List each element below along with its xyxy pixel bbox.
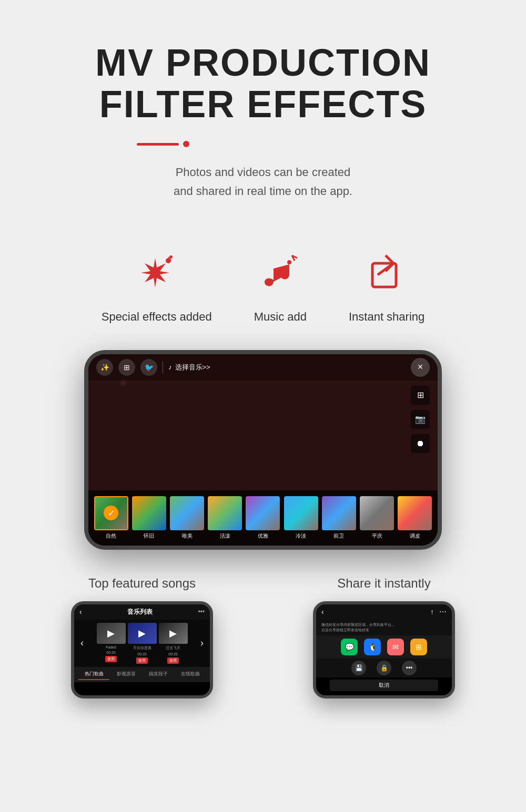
filter-vibrant-img <box>208 496 242 530</box>
music-list-title: 音乐列表 <box>127 608 153 616</box>
filter-beautiful[interactable]: 唯美 <box>169 496 204 540</box>
filter-flat-thumb <box>360 496 394 530</box>
header-section: MV PRODUCTION FILTER EFFECTS Photos and … <box>32 21 494 232</box>
track-3-use-btn[interactable]: 使用 <box>167 657 179 664</box>
record-icon[interactable]: ⏺ <box>411 434 430 453</box>
line-dot <box>183 141 189 147</box>
filter-playful[interactable]: 调皮 <box>398 496 432 540</box>
music-prev-button[interactable]: ‹ <box>78 638 86 649</box>
filter-beautiful-thumb <box>170 496 204 530</box>
track-3-name: 过去飞天 <box>166 645 180 651</box>
music-back-button[interactable]: ‹ <box>79 608 82 616</box>
music-tab-funny[interactable]: 搞笑段子 <box>143 669 174 680</box>
main-phone-screen: ✨ ⊞ 🐦 ♪ 选择音乐>> × ⊞ 📷 ⏺ <box>88 354 438 546</box>
share-upload-icon[interactable]: ↑ <box>430 608 434 616</box>
music-tab-online[interactable]: 在线歌曲 <box>175 669 206 680</box>
music-top-bar: ‹ 音乐列表 ••• <box>74 604 210 620</box>
feature-special-effects: Special effects added <box>102 253 212 324</box>
subtitle-text: Photos and videos can be createdand shar… <box>132 163 394 200</box>
line-long <box>137 143 179 146</box>
music-phone-screen: ‹ 音乐列表 ••• ‹ ▶ Faded 00:20 <box>74 604 210 695</box>
filter-cool[interactable]: 冷淡 <box>284 496 318 540</box>
music-next-button[interactable]: › <box>198 638 206 649</box>
filter-vibrant-label: 活泼 <box>220 532 230 540</box>
qq-symbol: 🐧 <box>368 643 377 651</box>
filter-flat-img <box>360 496 394 530</box>
music-track-2: ▶ 不仅仅是真 00:20 使用 <box>128 623 157 664</box>
feature-instant-sharing: Instant sharing <box>349 253 424 324</box>
filter-elegant[interactable]: 优雅 <box>246 496 280 540</box>
share-save-icon[interactable]: 💾 <box>351 661 366 675</box>
track-2-name: 不仅仅是真 <box>133 645 151 651</box>
track-1-name: Faded <box>106 645 116 649</box>
feature-special-effects-label: Special effects added <box>102 310 212 324</box>
decorative-divider <box>137 141 494 147</box>
filter-vibrant-thumb <box>208 496 242 530</box>
grid-icon[interactable]: ⊞ <box>118 359 135 376</box>
more-apps-symbol: ⊞ <box>416 643 422 651</box>
phone-right-icons: ⊞ 📷 ⏺ <box>411 386 430 453</box>
music-selector[interactable]: ♪ 选择音乐>> <box>168 363 210 372</box>
feature-music-add-label: Music add <box>254 310 307 324</box>
filter-toggle-icon[interactable]: ⊞ <box>411 386 430 405</box>
wechat-symbol: 💬 <box>345 643 354 651</box>
share-description-2: 点击分享按钮立即发送给好友 <box>321 628 447 633</box>
share-top-bar: ‹ ↑ ⋯ <box>316 604 452 619</box>
share-description: 微信好友分享内容预览区域，分享到各平台... <box>321 622 447 628</box>
filter-beautiful-label: 唯美 <box>182 532 193 540</box>
share-apps-row: 💬 🐧 ✉ ⊞ <box>316 635 452 659</box>
share-icon <box>367 253 407 301</box>
weibo-icon[interactable]: 🐦 <box>140 359 157 376</box>
music-phone-mockup: ‹ 音乐列表 ••• ‹ ▶ Faded 00:20 <box>71 601 213 698</box>
filter-strip: ✓ 自然 怀旧 唯美 <box>88 490 438 546</box>
share-phone-screen: ‹ ↑ ⋯ 微信好友分享内容预览区域，分享到各平台... 点击分享按钮立即发送给… <box>316 604 452 695</box>
share-cancel-button[interactable]: 取消 <box>330 680 438 691</box>
track-3-icon: ▶ <box>159 623 188 644</box>
page-container: MV PRODUCTION FILTER EFFECTS Photos and … <box>0 0 526 741</box>
music-note-icon <box>260 253 300 301</box>
filter-retro[interactable]: 怀旧 <box>132 496 166 540</box>
track-3-time: 00:20 <box>168 652 178 656</box>
main-phone-mockup: ✨ ⊞ 🐦 ♪ 选择音乐>> × ⊞ 📷 ⏺ <box>84 350 442 550</box>
track-1-icon: ▶ <box>97 623 126 644</box>
share-more-icon[interactable]: ⋯ <box>439 608 447 616</box>
close-button[interactable]: × <box>411 358 430 377</box>
main-phone-container: ✨ ⊞ 🐦 ♪ 选择音乐>> × ⊞ 📷 ⏺ <box>32 350 494 550</box>
mail-icon[interactable]: ✉ <box>387 639 404 655</box>
share-lock-icon[interactable]: 🔒 <box>377 661 391 675</box>
wechat-icon[interactable]: 💬 <box>341 639 358 655</box>
filter-playful-thumb <box>398 496 432 530</box>
track-1-use-btn[interactable]: 使用 <box>105 656 117 662</box>
filter-natural-thumb: ✓ <box>94 496 128 530</box>
music-tab-hot[interactable]: 热门歌曲 <box>78 669 109 680</box>
sparkle-star-icon <box>137 253 176 301</box>
effects-icon[interactable]: ✨ <box>96 359 113 376</box>
track-2-time: 00:20 <box>137 652 147 656</box>
share-more-row: 💾 🔒 ••• <box>316 659 452 677</box>
filter-avant-garde-thumb <box>322 496 356 530</box>
share-dots-icon[interactable]: ••• <box>402 661 417 675</box>
phone-top-bar: ✨ ⊞ 🐦 ♪ 选择音乐>> × <box>88 354 438 381</box>
share-back-button[interactable]: ‹ <box>321 608 324 616</box>
more-apps-icon[interactable]: ⊞ <box>410 639 427 655</box>
track-2-use-btn[interactable]: 使用 <box>136 657 148 664</box>
filter-retro-thumb <box>132 496 166 530</box>
bottom-right-label: Share it instantly <box>337 576 430 591</box>
filter-flat[interactable]: 平庆 <box>360 496 394 540</box>
svg-point-1 <box>169 255 173 259</box>
bottom-left-label: Top featured songs <box>88 576 196 591</box>
filter-beautiful-img <box>170 496 204 530</box>
share-header-icons: ↑ ⋯ <box>430 608 447 616</box>
music-tab-film[interactable]: 影视原音 <box>110 669 141 680</box>
filter-vibrant[interactable]: 活泼 <box>208 496 242 540</box>
camera-icon[interactable]: 📷 <box>411 410 430 429</box>
filter-elegant-label: 优雅 <box>258 532 268 540</box>
qq-icon[interactable]: 🐧 <box>364 639 381 655</box>
filter-natural[interactable]: ✓ 自然 <box>94 496 128 540</box>
filter-retro-label: 怀旧 <box>144 532 154 540</box>
music-options: ••• <box>198 608 205 615</box>
filter-avant-garde[interactable]: 前卫 <box>321 496 356 540</box>
bottom-left-col: Top featured songs ‹ 音乐列表 ••• ‹ ▶ <box>32 576 252 698</box>
music-carousel: ‹ ▶ Faded 00:20 使用 <box>74 620 210 667</box>
page-title: MV PRODUCTION FILTER EFFECTS <box>32 42 494 125</box>
